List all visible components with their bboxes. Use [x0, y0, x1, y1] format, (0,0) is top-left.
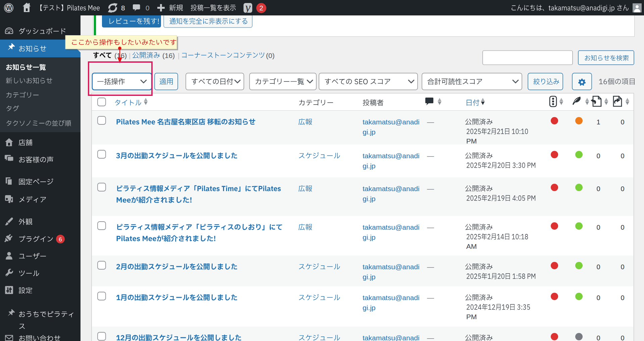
svg-text:0: 0 — [621, 118, 624, 126]
svg-text:0: 0 — [621, 294, 624, 301]
svg-text:0: 0 — [621, 185, 624, 192]
svg-text:gi.jp: gi.jp — [363, 304, 376, 311]
svg-text:takamatsu@anadi: takamatsu@anadi — [363, 185, 420, 192]
svg-text:—: — — [427, 294, 434, 301]
svg-text:(0): (0) — [266, 52, 275, 59]
svg-text:gi.jp: gi.jp — [363, 195, 376, 203]
svg-text:—: — — [427, 185, 434, 192]
svg-text:|: | — [129, 52, 130, 59]
svg-text:0: 0 — [596, 152, 600, 160]
svg-text:gi.jp: gi.jp — [363, 162, 376, 170]
svg-text:0: 0 — [621, 152, 624, 160]
svg-text:0: 0 — [596, 185, 600, 192]
svg-text:y: y — [244, 1, 251, 14]
svg-text:6: 6 — [59, 236, 62, 243]
svg-text:takamatsu@anadi: takamatsu@anadi — [363, 152, 420, 160]
svg-text:0: 0 — [146, 4, 150, 12]
svg-text:—: — — [427, 118, 434, 126]
svg-text:2: 2 — [259, 4, 263, 12]
svg-text:—: — — [427, 223, 434, 231]
svg-text:0: 0 — [596, 294, 600, 301]
svg-text:0: 0 — [621, 224, 624, 231]
svg-text:gi.jp: gi.jp — [363, 233, 376, 241]
svg-text:1: 1 — [596, 118, 600, 126]
svg-text:takamatsu@anadi: takamatsu@anadi — [363, 263, 420, 271]
svg-text:0: 0 — [621, 263, 624, 271]
svg-text:W: W — [6, 5, 12, 11]
svg-text:gi.jp: gi.jp — [363, 128, 376, 136]
svg-text:0: 0 — [596, 334, 600, 341]
svg-text:0: 0 — [596, 224, 600, 231]
svg-text:AM: AM — [466, 242, 477, 250]
svg-text:takamatsu@anadi: takamatsu@anadi — [363, 294, 420, 301]
svg-text:|: | — [178, 52, 179, 59]
svg-text:takamatsu@anadi: takamatsu@anadi — [363, 118, 420, 126]
svg-text:(16): (16) — [162, 52, 175, 59]
svg-text:gi.jp: gi.jp — [363, 273, 376, 281]
svg-text:—: — — [427, 334, 434, 341]
svg-text:0: 0 — [621, 334, 624, 341]
svg-text:PM: PM — [466, 313, 477, 321]
svg-text:takamatsu@anadi: takamatsu@anadi — [363, 334, 420, 341]
svg-text:8: 8 — [121, 4, 125, 12]
svg-text:0: 0 — [596, 263, 600, 271]
svg-text:—: — — [427, 263, 434, 271]
svg-text:—: — — [427, 152, 434, 160]
svg-text:PM: PM — [466, 137, 477, 145]
svg-text:takamatsu@anadi: takamatsu@anadi — [363, 223, 420, 231]
